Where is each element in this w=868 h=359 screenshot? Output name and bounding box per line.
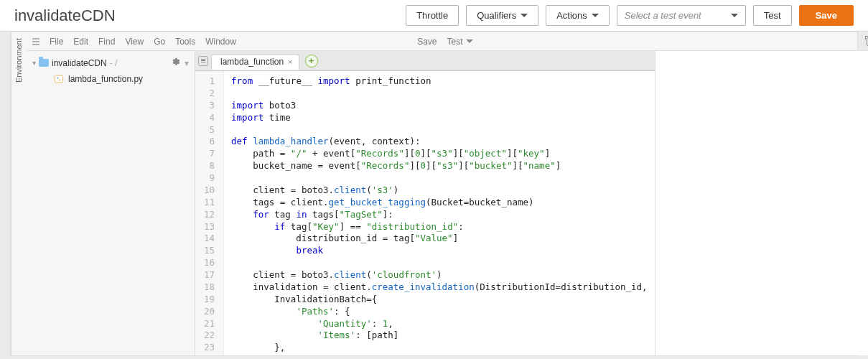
caret-down-icon [731, 14, 738, 17]
tree-root-name: invalidateCDN [52, 58, 107, 68]
code-area[interactable]: 1234567891011121314151617181920212223242… [195, 71, 655, 355]
qualifiers-dropdown[interactable]: Qualifiers [466, 5, 538, 26]
file-tree: ▾ invalidateCDN - / ▾ lambda_funct [27, 51, 195, 355]
menu-save[interactable]: Save [417, 37, 437, 47]
qualifiers-label: Qualifiers [477, 10, 516, 21]
menu-test-dropdown[interactable]: Test [447, 37, 473, 47]
right-panel-blank [655, 51, 868, 355]
add-tab-button[interactable]: + [305, 55, 318, 67]
header-toolbar: Throttle Qualifiers Actions Select a tes… [406, 5, 854, 26]
throttle-label: Throttle [416, 10, 448, 21]
menu-test-label: Test [447, 37, 463, 47]
tab-strip: lambda_function × + [195, 51, 655, 71]
save-button[interactable]: Save [799, 5, 854, 26]
menu-edit[interactable]: Edit [73, 37, 88, 47]
close-tab-icon[interactable]: × [288, 57, 292, 66]
actions-label: Actions [556, 10, 587, 21]
svg-point-1 [57, 78, 59, 79]
editor-menubar: File Edit Find View Go Tools Window Save… [27, 32, 868, 51]
python-file-icon [54, 74, 64, 84]
page-header: invalidateCDN Throttle Qualifiers Action… [0, 0, 868, 32]
editor-wrapper: Environment File Edit Find View Go Tools… [0, 32, 868, 359]
code-lines[interactable]: from __future__ import print_function im… [224, 71, 655, 355]
file-name: lambda_function.py [68, 74, 143, 84]
test-label: Test [764, 10, 781, 21]
caret-down-icon [592, 14, 599, 17]
test-button[interactable]: Test [753, 5, 792, 26]
folder-icon [39, 59, 49, 67]
file-tab[interactable]: lambda_function × [211, 54, 299, 70]
throttle-button[interactable]: Throttle [406, 5, 459, 26]
editor-panel: Environment File Edit Find View Go Tools… [10, 32, 858, 356]
line-number-gutter: 1234567891011121314151617181920212223242… [195, 71, 224, 355]
tree-root-row[interactable]: ▾ invalidateCDN - / ▾ [31, 54, 190, 72]
caret-down-icon [521, 14, 528, 17]
svg-point-2 [60, 80, 61, 81]
tree-root-suffix: - / [110, 58, 118, 68]
code-panel: lambda_function × + 12345678910111213141… [195, 51, 655, 355]
menu-file[interactable]: File [50, 37, 63, 47]
svg-rect-0 [55, 75, 62, 83]
file-row[interactable]: lambda_function.py [31, 72, 190, 86]
tree-toggle-icon[interactable]: ▾ [32, 59, 36, 67]
tab-list-icon[interactable] [198, 56, 208, 66]
tree-gear-icon[interactable] [170, 57, 180, 69]
caret-down-icon [466, 39, 473, 43]
tree-menu-caret-icon[interactable]: ▾ [185, 58, 189, 68]
editor-main: ▾ invalidateCDN - / ▾ lambda_funct [27, 51, 868, 355]
environment-tab-label[interactable]: Environment [11, 32, 27, 355]
actions-dropdown[interactable]: Actions [546, 5, 610, 26]
test-event-placeholder: Select a test event [625, 10, 701, 21]
menu-tools[interactable]: Tools [175, 37, 195, 47]
menu-view[interactable]: View [125, 37, 144, 47]
file-tab-label: lambda_function [220, 57, 284, 67]
menu-go[interactable]: Go [154, 37, 165, 47]
menu-find[interactable]: Find [98, 37, 115, 47]
editor-body: File Edit Find View Go Tools Window Save… [27, 32, 868, 355]
list-icon[interactable] [32, 38, 39, 45]
test-event-select[interactable]: Select a test event [617, 5, 746, 26]
function-title: invalidateCDN [14, 6, 116, 25]
menu-window[interactable]: Window [205, 37, 236, 47]
save-label: Save [816, 10, 837, 21]
